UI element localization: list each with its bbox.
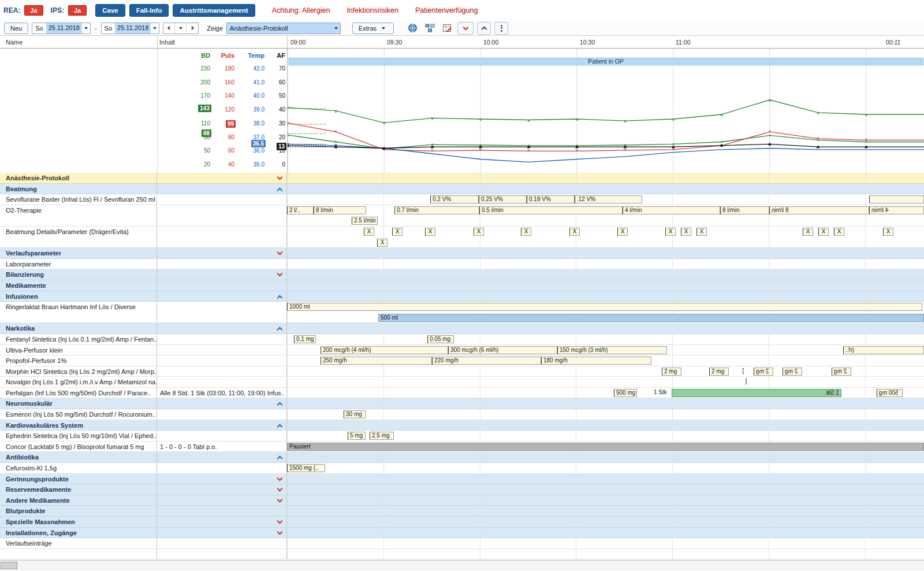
timeline-entry[interactable]: X: [681, 228, 691, 236]
timeline-entry[interactable]: X: [803, 228, 813, 236]
timeline-entry[interactable]: 0.1 mg: [294, 335, 316, 343]
chevron-down-icon[interactable]: [277, 529, 283, 535]
chevron-down-icon[interactable]: [277, 518, 283, 524]
chevron-down-icon[interactable]: [277, 175, 283, 180]
timeline-entry[interactable]: 150 mcg/h (3 ml/h): [557, 346, 667, 354]
chevron-down-icon[interactable]: [277, 496, 283, 502]
row-name[interactable]: Medikamente: [0, 280, 157, 291]
timeline-entry[interactable]: X: [425, 228, 435, 236]
timeline-entry[interactable]: 1 Stk: [672, 389, 841, 397]
timeline-entry[interactable]: X: [696, 228, 707, 236]
timeline-entry[interactable]: 300 mcg/h (6 ml/h): [448, 346, 557, 354]
timeline-entry[interactable]: [869, 195, 924, 203]
timeline-entry[interactable]: ]: [744, 378, 748, 386]
timeline-entry[interactable]: 2 mg: [783, 368, 802, 376]
row-name[interactable]: O2-Therapie: [0, 205, 157, 226]
row-name[interactable]: Gerinnungsprodukte: [0, 474, 157, 484]
row-name[interactable]: Reservemedikamente: [0, 484, 157, 495]
timeline-entry[interactable]: 220 mg/h: [432, 357, 541, 365]
timeline-entry[interactable]: 1 Stk: [653, 389, 670, 397]
row-name[interactable]: Infusionen: [0, 291, 157, 302]
ips-status-badge[interactable]: Ja: [68, 5, 87, 16]
warning-allergien-link[interactable]: Achtung: Allergien: [272, 6, 330, 14]
scrollbar-thumb[interactable]: [1, 562, 17, 569]
row-name[interactable]: Laborparameter: [0, 259, 157, 269]
timeline-entry[interactable]: 0.2 V%: [430, 195, 479, 203]
timeline-entry[interactable]: X: [617, 228, 628, 236]
timeline-entry[interactable]: 0.5 l/min: [479, 206, 623, 214]
rea-status-badge[interactable]: Ja: [24, 5, 43, 16]
row-name[interactable]: Sevoflurane Baxter (Inhal Lös) Fl / Sevo…: [0, 194, 157, 205]
row-name[interactable]: Bilanzierung: [0, 269, 157, 280]
warning-infektionsrisiken-link[interactable]: Infektionsrisiken: [346, 6, 398, 14]
expand-button[interactable]: [477, 22, 491, 35]
row-name[interactable]: Ultiva-Perfusor klein: [0, 345, 157, 355]
timeline-entry[interactable]: Pausiert: [287, 443, 924, 451]
row-name[interactable]: Beatmung Details/Parameter (Dräger/Evita…: [0, 227, 157, 247]
row-name[interactable]: Beatmung: [0, 184, 157, 194]
timeline-entry[interactable]: X: [392, 228, 403, 236]
date-from-picker[interactable]: So 25.11.2018: [32, 23, 91, 34]
row-name[interactable]: Anästhesie-Protokoll: [0, 173, 157, 183]
chevron-down-icon[interactable]: [277, 250, 283, 255]
chevron-down-icon[interactable]: [277, 475, 283, 481]
view-select[interactable]: Anästhesie-Protokoll: [226, 23, 341, 34]
timeline-entry[interactable]: 8 l/min: [720, 206, 769, 214]
timeline-entry[interactable]: 8 l/min: [314, 206, 366, 214]
row-name[interactable]: Kardiovaskuläres System: [0, 420, 157, 431]
row-name[interactable]: Verlaufseinträge: [0, 538, 157, 548]
chevron-down-icon[interactable]: [277, 486, 283, 492]
globe-button[interactable]: [405, 22, 419, 35]
row-name[interactable]: Ringerlaktat Braun Hartmann Inf Lös / Di…: [0, 302, 157, 322]
next-period-button[interactable]: [187, 23, 198, 34]
timeline-entry[interactable]: X: [569, 228, 580, 236]
date-to-picker[interactable]: So 25.11.2018: [101, 23, 160, 34]
austrittsmanagement-button[interactable]: Austrittsmanagement: [173, 4, 255, 17]
timeline-entry[interactable]: X: [474, 228, 484, 236]
timeline-entry[interactable]: X: [834, 228, 844, 236]
timeline-entry[interactable]: 250 mg/h: [321, 357, 432, 365]
row-name[interactable]: Blutprodukte: [0, 506, 157, 516]
row-name[interactable]: Verlaufsparameter: [0, 248, 157, 258]
timeline-entry[interactable]: 180 mg/h: [541, 357, 651, 365]
period-dropdown-button[interactable]: [175, 23, 187, 34]
row-name[interactable]: Ephedrin Sintetica (Inj Lös 50 mg/10ml) …: [0, 431, 157, 441]
timeline-entry[interactable]: 500 mg: [614, 389, 637, 397]
extras-button[interactable]: Extras: [352, 23, 394, 34]
timeline-entry[interactable]: 0.25 V%: [479, 195, 527, 203]
new-button[interactable]: Neu: [4, 23, 28, 34]
chevron-up-icon[interactable]: [277, 402, 283, 408]
prev-period-button[interactable]: [163, 23, 175, 34]
timeline-entry[interactable]: 8 l/min: [769, 206, 869, 214]
row-name[interactable]: Cefuroxim-Kl 1,5g: [0, 463, 157, 473]
timeline-entry[interactable]: 4 l/min: [869, 206, 924, 214]
row-name[interactable]: Esmeron (Inj Lös 50 mg/5ml) Durchstf / R…: [0, 409, 157, 420]
chevron-up-icon[interactable]: [277, 456, 283, 462]
more-options-button[interactable]: [494, 22, 508, 35]
timeline-entry[interactable]: 0.7 l/min: [394, 206, 479, 214]
timeline-entry[interactable]: 1000 ml: [287, 303, 922, 311]
timeline-entry[interactable]: 2.5 l/min: [352, 217, 378, 225]
timeline-entry[interactable]: 2 mg: [832, 368, 851, 376]
timeline-entry[interactable]: 30 mg: [344, 410, 366, 418]
row-name[interactable]: Narkotika: [0, 323, 157, 333]
row-name[interactable]: Installationen, Zugänge: [0, 528, 157, 538]
edit-grid-button[interactable]: [440, 22, 454, 35]
chevron-down-icon[interactable]: [277, 271, 283, 277]
timeline-entry[interactable]: .12 V%: [575, 195, 642, 203]
cave-button[interactable]: Cave: [95, 4, 125, 17]
row-name[interactable]: Antibiotika: [0, 452, 157, 462]
row-name[interactable]: Spezielle Massnahmen: [0, 517, 157, 527]
fall-info-button[interactable]: Fall-Info: [129, 4, 169, 17]
timeline-entry[interactable]: 2.5 mg: [370, 432, 394, 440]
timeline-entry[interactable]: 2 mg: [754, 368, 773, 376]
row-name[interactable]: Fentanyl Sintetica (Inj Lös 0.1 mg/2ml) …: [0, 334, 157, 344]
timeline-entry[interactable]: 5 mg: [348, 432, 366, 440]
row-name[interactable]: Novalgin (Inj Lös 1 g/2ml) i.m./i.v Amp …: [0, 377, 157, 387]
timeline-entry[interactable]: 2 mg: [709, 368, 729, 376]
timeline-entry[interactable]: X: [818, 228, 829, 236]
collapse-all-button[interactable]: [457, 22, 474, 35]
row-name[interactable]: [0, 549, 157, 559]
timeline-entry[interactable]: 2 l/..: [287, 206, 314, 214]
row-name[interactable]: Propofol-Perfusor 1%: [0, 355, 157, 366]
